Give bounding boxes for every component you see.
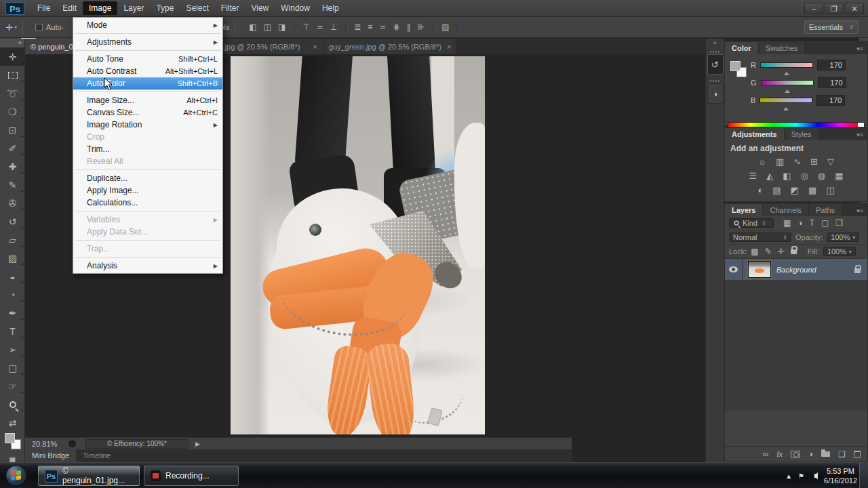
menu-item-trim[interactable]: Trim... [73,143,222,155]
opacity-input[interactable]: 100% ▾ [827,232,859,242]
menu-item-analysis[interactable]: Analysis▶ [73,260,222,272]
lock-pixels-icon[interactable]: ✎ [765,247,772,256]
align-horizontal-centers-icon[interactable]: ◫ [264,22,271,32]
filter-smart-objects-icon[interactable]: ❐ [835,218,843,228]
panel-menu-icon[interactable]: ▾≡ [856,45,867,54]
tab-mini-bridge[interactable]: Mini Bridge [25,449,76,462]
delete-layer-icon[interactable] [854,451,861,458]
menu-item-mode[interactable]: Mode▶ [73,19,222,31]
history-brush-tool[interactable]: ↺ [0,212,25,230]
workspace-switcher[interactable]: Essentials ⇕ [804,20,859,34]
color-balance-icon[interactable]: ◭ [766,171,773,181]
quick-selection-tool[interactable]: ❍ [0,102,25,121]
start-button[interactable] [5,465,27,487]
taskbar-button-photoshop[interactable]: Ps© penguin_01.jpg... [38,466,140,486]
menubar-filter[interactable]: Filter [215,1,245,15]
channel-slider[interactable] [760,98,812,103]
menubar-layer[interactable]: Layer [117,1,150,15]
close-button[interactable]: ✕ [845,3,864,14]
distribute-hcenter-icon[interactable]: ∥ [406,22,410,32]
menu-item-image-size[interactable]: Image Size...Alt+Ctrl+I [73,94,222,106]
document-canvas[interactable] [231,56,485,434]
panel-menu-icon[interactable]: ▾≡ [856,131,867,140]
filter-adjustment-layers-icon[interactable]: ◑ [797,218,802,228]
align-vertical-centers-icon[interactable]: ≍ [317,22,323,32]
brush-tool[interactable]: ✎ [0,176,25,194]
slider-thumb-icon[interactable] [784,69,789,75]
brightness-contrast-icon[interactable]: ☼ [758,157,766,167]
posterize-icon[interactable]: ▨ [772,185,781,195]
hand-tool[interactable]: ☞ [0,377,25,395]
layer-row[interactable]: Background [725,259,867,280]
foreground-background-swatches[interactable] [0,432,25,450]
channel-value-input[interactable]: 170 [817,60,846,70]
rectangular-marquee-tool[interactable] [0,66,25,84]
menu-item-auto-contrast[interactable]: Auto ContrastAlt+Shift+Ctrl+L [73,65,222,77]
distribute-left-icon[interactable]: ⋕ [393,22,399,32]
lock-all-icon[interactable] [791,249,797,254]
hue-saturation-icon[interactable]: ☰ [749,171,757,181]
menubar-edit[interactable]: Edit [56,1,83,15]
show-desktop-button[interactable] [859,463,868,488]
menu-item-trap[interactable]: Trap... [73,243,222,255]
layer-style-icon[interactable]: fx [776,450,783,458]
lasso-tool[interactable]: ➰ [0,84,25,102]
channel-value-input[interactable]: 170 [816,95,845,106]
blur-tool[interactable]: ◒ [0,267,25,285]
add-layer-mask-icon[interactable] [791,451,800,458]
tab-timeline[interactable]: Timeline [76,449,117,462]
menu-item-crop[interactable]: Crop [73,131,222,143]
type-tool[interactable]: T [0,322,25,340]
lock-position-icon[interactable]: ✛ [778,247,785,256]
zoom-level[interactable]: 20.81% [32,440,62,448]
filter-type-layers-icon[interactable]: T [810,218,814,228]
document-tab[interactable]: guy_green.jpg @ 20.5% (RGB/8*)× [323,39,456,54]
filter-pixel-layers-icon[interactable]: ▦ [783,218,791,228]
menubar-help[interactable]: Help [316,1,345,15]
rectangle-tool[interactable]: ▢ [0,359,25,377]
tab-adjustments[interactable]: Adjustments [725,128,785,140]
channel-slider[interactable] [761,80,814,85]
menu-item-reveal-all[interactable]: Reveal All [73,155,222,167]
layer-filter-kind[interactable]: Kind ⇕ [729,218,774,228]
layer-visibility-toggle[interactable] [725,259,743,280]
menu-item-apply-data-set[interactable]: Apply Data Set... [73,226,222,238]
tools-collapse-arrows[interactable]: » [0,39,24,47]
tab-paths[interactable]: Paths [809,204,842,216]
menu-item-image-rotation[interactable]: Image Rotation▶ [73,119,222,131]
menu-item-auto-color[interactable]: Auto ColorShift+Ctrl+B [73,77,222,89]
auto-align-layers-icon[interactable]: ▥ [441,22,449,32]
color-panel-swatches[interactable] [730,61,747,77]
gradient-tool[interactable]: ▨ [0,249,25,267]
close-icon[interactable]: × [308,43,317,51]
distribute-top-icon[interactable]: ≣ [354,22,361,32]
invert-icon[interactable]: ◐ [757,185,763,195]
color-lookup-icon[interactable]: ▦ [835,171,843,181]
menubar-select[interactable]: Select [180,1,214,15]
tab-color[interactable]: Color [725,42,759,54]
fill-input[interactable]: 100% ▾ [823,247,856,256]
dock-collapse-arrows[interactable]: « [706,39,724,47]
vibrance-icon[interactable]: ▽ [827,157,834,167]
pen-tool[interactable]: ✒ [0,304,25,322]
crop-tool[interactable]: ⊡ [0,121,25,139]
menubar-window[interactable]: Window [275,1,316,15]
tab-swatches[interactable]: Swatches [759,42,806,54]
spot-healing-brush-tool[interactable]: ✚ [0,157,25,176]
taskbar-clock[interactable]: 5:53 PM 6/16/2012 [824,466,857,485]
foreground-color-swatch[interactable] [5,433,15,443]
action-center-icon[interactable]: ⚑ [798,472,804,480]
properties-panel-icon[interactable]: ◑ [707,83,724,104]
restore-button[interactable]: ❐ [825,3,844,14]
slider-thumb-icon[interactable] [785,87,790,93]
zoom-tool[interactable] [0,395,25,413]
distribute-vcenter-icon[interactable]: ≡ [368,22,372,32]
move-tool[interactable]: ✛ [0,47,25,66]
efficiency-indicator[interactable]: © Efficiency: 100%* [85,439,189,449]
new-group-icon[interactable] [821,451,830,457]
new-layer-icon[interactable]: ❑ [838,449,846,459]
channel-value-input[interactable]: 170 [818,77,846,88]
dodge-tool[interactable]: ◔ [0,285,25,304]
history-panel-icon[interactable]: ↺ [707,54,724,75]
taskbar-button-recorder[interactable]: Recording... [144,466,239,486]
